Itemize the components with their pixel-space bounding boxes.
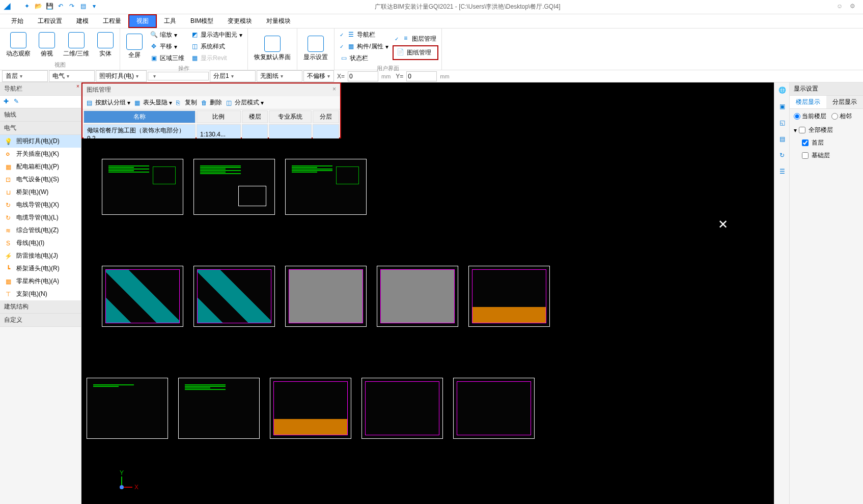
2d3d-button[interactable]: 二维/三维 (60, 31, 92, 59)
major-selector[interactable]: 电气▾ (49, 70, 95, 82)
display-settings-button[interactable]: 显示设置 (300, 35, 331, 63)
open-icon[interactable]: 📂 (34, 3, 43, 12)
col-floor[interactable]: 楼层 (242, 110, 268, 123)
sheet-thumbnail[interactable] (377, 266, 458, 327)
tool-edit-icon[interactable]: ✎ (12, 98, 20, 106)
fullscreen-button[interactable]: 全屏 (123, 33, 146, 61)
restore-default-button[interactable]: 恢复默认界面 (251, 35, 294, 63)
box-icon[interactable]: ▣ (776, 103, 788, 114)
col-scale[interactable]: 比例 (197, 110, 241, 123)
checkbox[interactable] (799, 127, 805, 133)
globe-icon[interactable]: 🌐 (776, 87, 788, 98)
tree-item-tray[interactable]: ⊔桥架(电)(W) (0, 186, 81, 199)
panel-close-icon[interactable]: × (332, 86, 336, 94)
zoom-button[interactable]: 🔍缩放 ▾ (148, 30, 186, 40)
floor-selector[interactable]: 首层▾ (2, 70, 48, 82)
solid-button[interactable]: 实体 (94, 31, 117, 59)
nodrawing-selector[interactable]: 无图纸▾ (257, 70, 302, 82)
section-elec[interactable]: 电气 (0, 122, 81, 135)
menu-compare-module[interactable]: 对量模块 (259, 15, 298, 27)
component-selector[interactable]: 照明灯具(电)▾ (96, 70, 147, 82)
header-display-button[interactable]: ▦表头显隐 ▾ (134, 98, 172, 107)
sheet-thumbnail[interactable] (102, 266, 183, 327)
menu-tools[interactable]: 工具 (157, 15, 183, 27)
sheet-thumbnail[interactable] (193, 159, 275, 215)
sheet-thumbnail[interactable] (453, 378, 535, 439)
section-struct[interactable]: 建筑结构 (0, 300, 81, 314)
col-system[interactable]: 专业系统 (269, 110, 312, 123)
x-input[interactable] (348, 71, 378, 81)
tree-item-equip[interactable]: ⊡电气设备(电)(S) (0, 173, 81, 186)
user-icon[interactable]: ☺ (837, 3, 846, 12)
tree-item-combined[interactable]: ≋综合管线(电)(Z) (0, 224, 81, 237)
tree-item-wire[interactable]: ↻电线导管(电)(X) (0, 199, 81, 211)
radio-current-floor[interactable]: 当前楼层 (794, 112, 826, 121)
show-selected-button[interactable]: ◩显示选中图元 ▾ (188, 30, 244, 40)
grid-icon[interactable]: ▤ (78, 3, 88, 12)
redo-icon[interactable]: ↷ (67, 3, 76, 12)
radio-relative-floor[interactable]: 相邻 (831, 112, 852, 121)
col-layer[interactable]: 分层 (313, 110, 339, 123)
tree-item-cable[interactable]: ↻电缆导管(电)(L) (0, 211, 81, 224)
new-icon[interactable]: ✦ (22, 3, 32, 12)
default-group-button[interactable]: ▤按默认分组 ▾ (87, 98, 130, 107)
settings-icon[interactable]: ⚙ (850, 3, 859, 12)
drop-icon[interactable]: ▾ (90, 3, 99, 12)
col-name[interactable]: 名称 (83, 110, 196, 123)
menu-quantity[interactable]: 工程量 (96, 15, 128, 27)
tree-item-misc[interactable]: ▦零星构件(电)(A) (0, 275, 81, 288)
section-custom[interactable]: 自定义 (0, 314, 81, 327)
menu-modeling[interactable]: 建模 (69, 15, 96, 27)
tree-item-busbar[interactable]: S母线(电)(I) (0, 237, 81, 249)
tool-add-icon[interactable]: ✚ (2, 98, 10, 106)
list-icon[interactable]: ☰ (776, 168, 788, 179)
menu-bim-model[interactable]: BIM模型 (183, 15, 220, 27)
menu-start[interactable]: 开始 (4, 15, 31, 27)
sublayer-selector[interactable]: 分层1▾ (210, 70, 256, 82)
sheet-thumbnail[interactable] (468, 266, 550, 327)
checkbox[interactable] (802, 139, 809, 146)
y-input[interactable] (406, 71, 437, 81)
offset-selector[interactable]: 不偏移▾ (303, 70, 334, 82)
menu-view[interactable]: 视图 (128, 14, 157, 28)
canvas-viewport[interactable]: ✕ (81, 138, 774, 504)
layers-icon[interactable]: ▤ (776, 135, 788, 147)
check-first-floor[interactable]: 首层 (790, 136, 863, 149)
empty-selector[interactable]: ▾ (148, 72, 209, 80)
sheet-thumbnail[interactable] (270, 378, 351, 439)
sheet-thumbnail[interactable] (178, 378, 260, 439)
show-revit-button[interactable]: ▦显示Revit (188, 53, 244, 64)
tree-item-panel[interactable]: ▦配电箱柜(电)(P) (0, 160, 81, 173)
dynamic-view-button[interactable]: 动态观察 (3, 31, 34, 59)
section-axis[interactable]: 轴线 (0, 108, 81, 122)
system-style-button[interactable]: ◫系统样式 (188, 41, 244, 52)
sheet-thumbnail[interactable] (193, 266, 275, 327)
sheet-thumbnail[interactable] (285, 266, 367, 327)
menu-change-module[interactable]: 变更模块 (220, 15, 259, 27)
tree-item-switch[interactable]: ⭘开关插座(电)(K) (0, 148, 81, 160)
tree-item-support[interactable]: ⊤支架(电)(N) (0, 288, 81, 300)
tab-layer-display[interactable]: 分层显示 (826, 96, 863, 108)
layer-mode-button[interactable]: ◫分层模式 ▾ (226, 98, 264, 107)
tree-item-trayfitting[interactable]: ┗桥架通头(电)(R) (0, 262, 81, 275)
check-base-floor[interactable]: 基础层 (790, 149, 863, 162)
cube-icon[interactable]: ◱ (776, 119, 788, 130)
sheet-thumbnail[interactable] (285, 159, 367, 215)
tab-floor-display[interactable]: 楼层显示 (790, 96, 826, 108)
tree-item-lightning[interactable]: ⚡防雷接地(电)(J) (0, 249, 81, 262)
layer-mgmt-toggle[interactable]: ≡图层管理 (393, 34, 438, 44)
radio-input[interactable] (831, 113, 838, 120)
top-view-button[interactable]: 俯视 (36, 31, 58, 59)
radio-input[interactable] (794, 113, 800, 120)
statusbar-toggle[interactable]: ▭状态栏 (338, 53, 390, 64)
delete-button[interactable]: 🗑删除 (201, 98, 222, 107)
navbar-toggle[interactable]: ☰导航栏 (338, 30, 390, 40)
sheet-thumbnail[interactable] (87, 378, 168, 439)
pan-button[interactable]: ✥平移 ▾ (148, 41, 186, 52)
checkbox[interactable] (802, 152, 809, 159)
refresh-icon[interactable]: ↻ (776, 152, 788, 163)
save-icon[interactable]: 💾 (45, 3, 54, 12)
comp-attr-toggle[interactable]: ▦构件/属性 ▾ (338, 41, 390, 52)
sheet-thumbnail[interactable] (361, 378, 443, 439)
sheet-thumbnail[interactable] (102, 159, 183, 215)
